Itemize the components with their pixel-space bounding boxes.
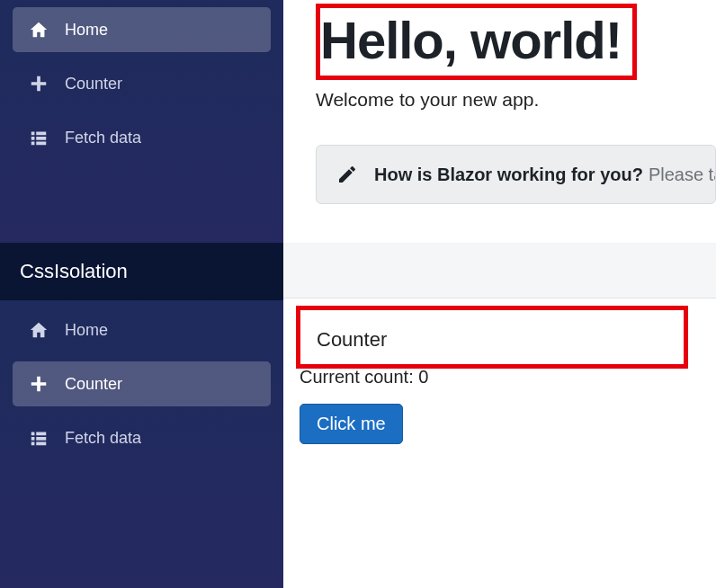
main-content-app2: Counter Current count: 0 Click me	[283, 243, 716, 588]
page-title: Hello, world!	[320, 10, 622, 70]
pencil-icon	[336, 164, 358, 185]
home-icon	[29, 320, 49, 340]
main-content-app1: Hello, world! Welcome to your new app. H…	[283, 0, 716, 243]
sidebar-item-fetch-data[interactable]: Fetch data	[13, 115, 271, 160]
sidebar-app1: Home Counter Fetch data	[0, 0, 283, 243]
sidebar-item-label: Home	[65, 21, 108, 40]
survey-banner[interactable]: How is Blazor working for you? Please ta	[316, 145, 716, 204]
click-me-button[interactable]: Click me	[300, 404, 403, 444]
highlighted-counter-title: Counter	[296, 306, 688, 369]
sidebar-app2: Home Counter Fetch data	[0, 300, 283, 588]
sidebar-item-label: Home	[65, 321, 108, 340]
highlighted-title: Hello, world!	[316, 4, 637, 80]
brand-header[interactable]: CssIsolation	[0, 243, 283, 300]
sidebar-item-home[interactable]: Home	[13, 307, 271, 352]
plus-icon	[29, 74, 49, 94]
sidebar-item-fetch-data[interactable]: Fetch data	[13, 415, 271, 460]
page-title: Counter	[317, 328, 667, 352]
survey-question: How is Blazor working for you?	[374, 165, 643, 185]
sidebar-item-label: Fetch data	[65, 129, 141, 147]
plus-icon	[29, 374, 49, 394]
sidebar-item-label: Counter	[65, 375, 122, 394]
sidebar-item-label: Fetch data	[65, 429, 141, 448]
sidebar-item-counter[interactable]: Counter	[13, 61, 271, 106]
top-bar	[283, 243, 716, 298]
home-icon	[29, 20, 49, 40]
sidebar-item-counter[interactable]: Counter	[13, 361, 271, 406]
list-icon	[29, 428, 49, 448]
welcome-text: Welcome to your new app.	[316, 89, 716, 111]
sidebar-item-label: Counter	[65, 75, 122, 94]
list-icon	[29, 128, 49, 147]
sidebar-item-home[interactable]: Home	[13, 7, 271, 52]
current-count-label: Current count: 0	[300, 367, 716, 388]
survey-tail-text: Please ta	[649, 165, 716, 185]
